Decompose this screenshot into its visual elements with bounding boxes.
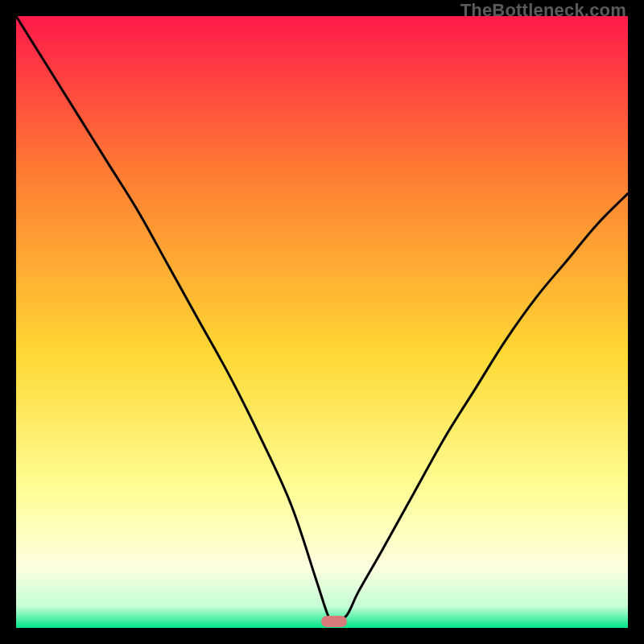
plot-area <box>16 16 628 628</box>
chart-container: TheBottleneck.com <box>0 0 644 644</box>
optimal-marker <box>321 616 347 627</box>
bottleneck-curve <box>16 16 628 628</box>
watermark-text: TheBottleneck.com <box>460 0 626 21</box>
